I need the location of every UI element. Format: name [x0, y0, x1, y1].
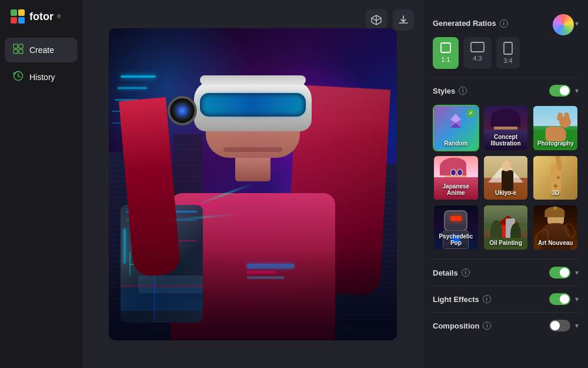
create-label: Create: [29, 45, 54, 55]
sidebar-item-history[interactable]: History: [5, 65, 78, 89]
ratio-3-4-icon: [503, 42, 513, 55]
ratio-1-1-label: 1:1: [441, 56, 450, 63]
style-item-random[interactable]: Random ✓: [433, 105, 479, 151]
details-section-header[interactable]: Details i ▾: [430, 261, 581, 284]
history-icon: [13, 71, 24, 84]
styles-header-right: ▾: [549, 85, 579, 97]
svg-rect-2: [11, 17, 17, 24]
styles-section-header[interactable]: Styles i ▾: [430, 79, 581, 102]
style-item-concept[interactable]: Concept Illustration: [483, 105, 529, 151]
ratio-4-3-label: 4:3: [473, 55, 482, 62]
logo: fotor ®: [5, 8, 78, 35]
composition-chevron: ▾: [575, 321, 579, 330]
light-effects-title: Light Effects: [433, 295, 479, 304]
divider-1: [430, 77, 581, 78]
style-anime-label: Japanese Anime: [434, 183, 478, 196]
ratio-3-4-button[interactable]: 3:4: [496, 37, 520, 69]
style-item-anime[interactable]: Japanese Anime: [433, 155, 479, 201]
style-item-oilpaint[interactable]: Oil Painting: [483, 204, 529, 251]
ratio-4-3-button[interactable]: 4:3: [463, 37, 492, 69]
composition-toggle[interactable]: [549, 320, 570, 331]
details-toggle[interactable]: [549, 267, 570, 279]
generated-ratios-info-icon[interactable]: i: [500, 19, 508, 28]
right-panel: Generated Ratios i ▾ 1:1 4:3 3:4 Sty: [423, 0, 588, 368]
ratio-4-3-icon: [470, 42, 485, 52]
style-item-ukiyo[interactable]: Ukiyo-e: [483, 155, 529, 201]
svg-rect-10: [471, 42, 484, 52]
svg-rect-3: [18, 17, 25, 24]
details-chevron: ▾: [575, 268, 579, 277]
app-name: fotor: [29, 11, 54, 23]
style-random-label: Random: [444, 140, 467, 147]
light-effects-toggle[interactable]: [549, 293, 570, 305]
light-effects-chevron: ▾: [575, 295, 579, 303]
style-item-3d[interactable]: 3D: [532, 155, 579, 201]
generated-image: [109, 28, 397, 340]
styles-chevron: ▾: [575, 87, 579, 95]
details-title: Details: [433, 268, 458, 277]
styles-toggle[interactable]: [549, 85, 570, 97]
light-effects-section-header[interactable]: Light Effects i ▾: [430, 287, 581, 311]
svg-rect-9: [441, 43, 450, 52]
styles-info-icon[interactable]: i: [459, 87, 467, 95]
style-psychedelic-label: Psychedelic Pop: [434, 233, 478, 246]
color-palette-circle[interactable]: [553, 14, 574, 35]
divider-3: [430, 286, 581, 286]
details-info-icon[interactable]: i: [462, 268, 470, 277]
composition-header-right: ▾: [549, 320, 579, 331]
divider-4: [430, 312, 581, 313]
fotor-logo-icon: [9, 8, 26, 25]
main-area: [82, 0, 423, 368]
create-icon: [13, 44, 24, 57]
right-panel-header: [430, 7, 581, 13]
ratio-1-1-icon: [440, 42, 452, 54]
style-item-photography[interactable]: Photography: [532, 105, 579, 151]
history-label: History: [29, 72, 55, 82]
light-effects-info-icon[interactable]: i: [483, 295, 491, 303]
styles-title: Styles: [433, 87, 455, 95]
svg-rect-5: [19, 44, 23, 48]
style-oilpaint-label: Oil Painting: [489, 240, 522, 246]
svg-rect-11: [504, 42, 512, 54]
svg-rect-0: [11, 9, 17, 16]
ratio-buttons-group: 1:1 4:3 3:4: [430, 34, 581, 76]
app-superscript: ®: [57, 14, 61, 19]
svg-rect-4: [14, 44, 18, 48]
style-nouveau-label: Art Nouveau: [538, 240, 573, 246]
style-ukiyo-label: Ukiyo-e: [495, 190, 516, 196]
ratio-1-1-button[interactable]: 1:1: [433, 37, 459, 69]
composition-info-icon[interactable]: i: [483, 321, 491, 330]
style-3d-label: 3D: [552, 190, 559, 196]
divider-2: [430, 259, 581, 260]
style-photography-label: Photography: [537, 140, 574, 147]
style-item-nouveau[interactable]: ✿ Art Nouveau: [532, 204, 579, 251]
light-effects-header-right: ▾: [549, 293, 579, 305]
sidebar: fotor ® Create History: [0, 0, 82, 368]
sidebar-item-create[interactable]: Create: [5, 38, 78, 62]
svg-rect-6: [14, 49, 18, 54]
svg-rect-7: [19, 49, 23, 54]
details-header-right: ▾: [549, 267, 579, 279]
style-concept-label: Concept Illustration: [484, 134, 528, 147]
generated-ratios-title: Generated Ratios: [433, 19, 496, 28]
style-item-psychedelic[interactable]: Psychedelic Pop: [433, 204, 479, 251]
styles-grid: Random ✓ Concept Illustration: [430, 102, 581, 258]
generated-ratios-chevron: ▾: [575, 19, 579, 28]
composition-section-header[interactable]: Composition i ▾: [430, 314, 581, 337]
composition-title: Composition: [433, 321, 479, 330]
svg-rect-1: [18, 9, 25, 16]
ratio-3-4-label: 3:4: [503, 57, 512, 64]
style-random-check: ✓: [466, 108, 476, 118]
